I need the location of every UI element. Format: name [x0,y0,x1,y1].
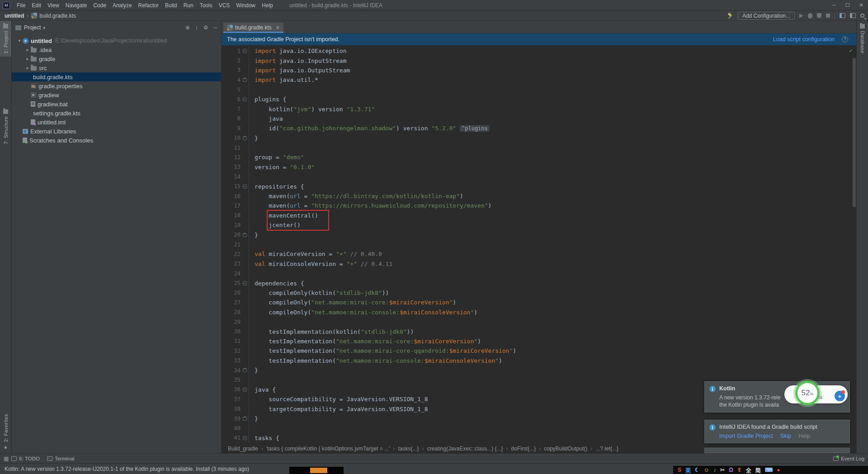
stop-icon[interactable] [826,14,830,18]
tree-item-untitled[interactable]: ▾untitledE:\Develop\codes\JavaProjects\m… [12,36,221,45]
tree-item-gradle-properties[interactable]: gradle.properties [12,81,221,90]
percent-badge[interactable]: 52% [795,381,820,405]
menu-help[interactable]: Help [259,2,276,9]
code-line[interactable]: 14 [222,172,856,181]
menu-tools[interactable]: Tools [197,2,216,9]
todo-tool-button[interactable]: 6: TODO [11,456,40,461]
breadcrumb-item[interactable]: Build_gradle [228,446,258,452]
code-line[interactable]: 24 [222,269,856,278]
code-line[interactable]: 23val miraiConsoleVersion = "+" // 0.4.1… [222,259,856,269]
sidebar-tab-favorites[interactable]: 2: Favorites ★ [0,414,11,450]
tab-build-gradle-kts[interactable]: build.gradle.kts ✕ [223,23,283,33]
fold-marker-icon[interactable]: ^ [241,78,249,82]
status-message[interactable]: Kotlin: A new version 1.3.72-release-IJ2… [5,466,249,472]
code-line[interactable]: 16 maven(url = "https://dl.bintray.com/k… [222,191,856,201]
chevron-down-icon[interactable]: ▾ [43,25,45,30]
tree-item-gradlew[interactable]: gradlew [12,90,221,100]
code-line[interactable]: 22val miraiCoreVersion = "+" // 0.40.0 [222,249,856,259]
layout-panel-icon-2[interactable] [850,13,856,18]
menu-refactor[interactable]: Refactor [135,2,162,9]
taskbar-icon[interactable]: 英 [685,466,691,474]
locate-icon[interactable]: ⊕ [185,24,190,31]
code-line[interactable]: 2import java.io.InputStream [222,56,856,65]
tree-item-gradlew-bat[interactable]: gradlew.bat [12,100,221,109]
expand-collapse-icon[interactable]: ↕ [195,24,198,31]
taskbar-icon[interactable]: ☺ [704,467,709,473]
breadcrumb-item[interactable]: doFirst{...} [511,446,536,452]
menu-run[interactable]: Run [180,2,197,9]
tree-item-settings-gradle-kts[interactable]: settings.gradle.kts [12,109,221,118]
code-line[interactable]: 21 [222,240,856,249]
tree-expand-arrow[interactable]: ▸ [24,66,31,70]
fold-marker-icon[interactable]: − [241,388,249,392]
code-line[interactable]: 30 testImplementation(kotlin("stdlib-jdk… [222,327,856,336]
close-button[interactable]: ✕ [854,2,868,8]
fold-marker-icon[interactable]: − [241,97,249,101]
tree-item-scratches-and-consoles[interactable]: Scratches and Consoles [12,136,221,145]
add-widget-button[interactable]: + [835,391,845,401]
search-everywhere-icon[interactable] [860,14,864,18]
sidebar-tab-database[interactable]: Database [857,21,868,57]
help-link[interactable]: Help [798,433,810,439]
sidebar-tab-project[interactable]: 1: Project [0,21,11,57]
menu-analyze[interactable]: Analyze [109,2,135,9]
skip-link[interactable]: Skip [780,433,791,439]
code-line[interactable]: 32 testImplementation("net.mamoe:mirai-c… [222,346,856,356]
menu-view[interactable]: View [44,2,62,9]
code-line[interactable]: 11 [222,143,856,152]
tool-window-switcher-icon[interactable]: ▦ [4,455,9,462]
taskbar-icon[interactable]: ● [777,467,780,473]
code-line[interactable]: 6−plugins { [222,95,856,104]
sidebar-tab-structure[interactable]: 7: Structure [0,106,11,147]
fold-marker-icon[interactable]: − [241,49,249,53]
taskbar-icon[interactable]: 简 [755,466,761,474]
menu-file[interactable]: File [14,2,28,9]
fold-marker-icon[interactable]: ^ [241,417,249,421]
taskbar-icon[interactable]: ✂ [720,467,725,473]
code-line[interactable]: 3import java.io.OutputStream [222,66,856,75]
breadcrumb-project[interactable]: untitled [5,13,24,19]
debug-icon[interactable] [808,13,812,19]
tree-item-gradle[interactable]: ▸gradle [12,54,221,63]
fold-marker-icon[interactable]: ^ [241,368,249,372]
coverage-icon[interactable] [817,13,821,18]
tree-item-src[interactable]: ▸src [12,63,221,72]
tree-expand-arrow[interactable]: ▸ [24,47,31,52]
taskbar-icon[interactable]: S [678,467,681,473]
add-configuration-button[interactable]: Add Configuration... [738,12,795,20]
editor-scrollbar[interactable] [853,58,856,207]
maximize-button[interactable]: ☐ [841,2,854,8]
terminal-tool-button[interactable]: >_ Terminal [47,456,74,461]
breadcrumb-file[interactable]: build.gradle.kts [39,13,76,19]
fold-marker-icon[interactable]: − [241,281,249,285]
code-line[interactable]: 34^} [222,365,856,375]
code-line[interactable]: 29 [222,317,856,327]
code-line[interactable]: 28 compileOnly("net.mamoe:mirai-console:… [222,308,856,317]
code-line[interactable]: 33 testImplementation("net.mamoe:mirai-c… [222,356,856,365]
help-icon[interactable]: ? [842,36,848,43]
close-tab-icon[interactable]: ✕ [276,25,280,31]
menu-navigate[interactable]: Navigate [62,2,90,9]
code-line[interactable]: 9 id("com.github.johnrengelman.shadow") … [222,123,856,133]
taskbar-icon[interactable]: ♪ [713,467,716,473]
code-line[interactable]: 25−dependencies { [222,278,856,288]
hide-panel-icon[interactable]: ─ [213,24,217,31]
minimize-button[interactable]: ─ [827,2,841,8]
code-line[interactable]: 7 kotlin("jvm") version "1.3.71" [222,104,856,114]
tree-item--idea[interactable]: ▸.idea [12,45,221,54]
taskbar-icon[interactable]: ⇧ [737,467,742,473]
breadcrumb-item[interactable]: ...?.let{...} [595,446,618,452]
tree-item-untitled-iml[interactable]: untitled.iml [12,118,221,127]
code-line[interactable]: 27 compileOnly("net.mamoe:mirai-core:$mi… [222,298,856,307]
taskbar-icon[interactable]: Ω [729,467,733,473]
code-line[interactable]: 5 [222,85,856,95]
inspections-ok-icon[interactable]: ✓ [849,47,853,54]
notification-gradle-found[interactable]: i IntelliJ IDEA found a Gradle build scr… [704,420,850,443]
code-line[interactable]: 20^} [222,230,856,239]
tree-expand-arrow[interactable]: ▸ [24,57,31,61]
taskbar-icon[interactable]: 全 [746,466,751,474]
import-gradle-project-link[interactable]: Import Gradle Project [719,433,773,439]
code-line[interactable]: 1−import java.io.IOException [222,46,856,56]
code-line[interactable]: 15−repositories { [222,181,856,191]
menu-edit[interactable]: Edit [28,2,44,9]
